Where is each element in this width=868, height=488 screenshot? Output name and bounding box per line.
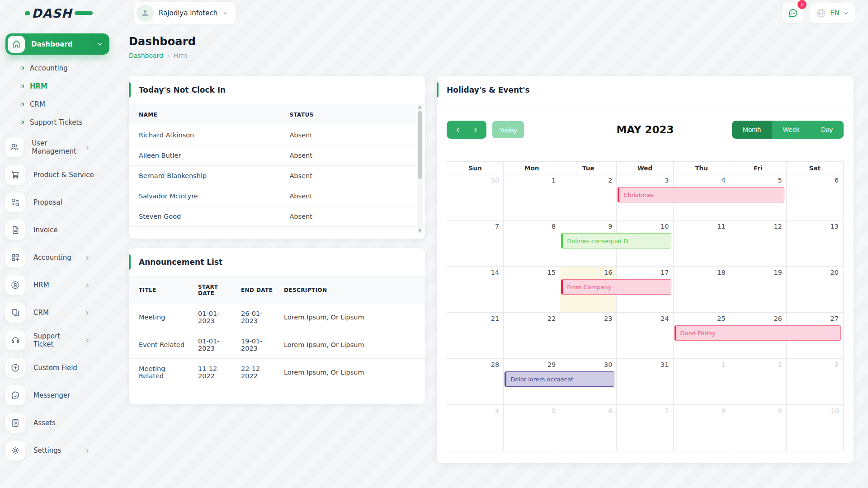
view-month-button[interactable]: Month bbox=[732, 121, 772, 139]
calendar-event-green[interactable]: Dolores consequat D bbox=[561, 233, 671, 249]
calendar-day-cell[interactable]: 9 bbox=[730, 405, 787, 451]
calendar-day-cell[interactable]: 13 bbox=[787, 221, 843, 267]
calendar-day-cell[interactable]: 22 bbox=[504, 313, 560, 359]
table-row: Salvador McintyreAbsent bbox=[129, 186, 416, 206]
calendar-day-cell[interactable]: 24 bbox=[617, 313, 673, 359]
calendar-day-cell[interactable]: 23 bbox=[560, 313, 617, 359]
day-number: 15 bbox=[547, 269, 556, 276]
calendar-day-cell[interactable]: 7 bbox=[447, 221, 504, 267]
calendar-event-pink[interactable]: Christmas bbox=[618, 187, 784, 202]
table-row: Aileen ButlerAbsent bbox=[129, 145, 416, 166]
sidebar-item-crm[interactable]: CRM bbox=[5, 300, 114, 326]
today-button[interactable]: Today bbox=[492, 121, 524, 138]
calendar-day-cell[interactable]: 8 bbox=[674, 405, 730, 451]
calendar-day-cell[interactable]: 2 bbox=[560, 174, 617, 221]
language-selector[interactable]: EN bbox=[810, 3, 855, 23]
table-cell: 19-01-2023 bbox=[231, 331, 274, 359]
day-number: 1 bbox=[552, 177, 556, 184]
sidebar-item-invoice[interactable]: Invoice bbox=[5, 217, 114, 243]
day-number: 30 bbox=[491, 177, 499, 184]
sidebar-subitem-support-tickets[interactable]: Support Tickets bbox=[5, 113, 114, 131]
view-week-button[interactable]: Week bbox=[772, 121, 810, 139]
calendar-event-pink[interactable]: Good Friday bbox=[675, 325, 841, 341]
calendar-day-cell[interactable]: 6 bbox=[787, 174, 843, 221]
calendar-day-cell[interactable]: 1 bbox=[504, 174, 560, 221]
calendar-day-cell[interactable]: 14 bbox=[447, 267, 504, 313]
table-cell: Absent bbox=[279, 125, 416, 145]
sidebar-item-accounting[interactable]: Accounting bbox=[5, 244, 114, 271]
table-row: Meeting Related11-12-202222-12-2022Lorem… bbox=[129, 359, 425, 386]
sidebar-item-settings[interactable]: Settings bbox=[5, 437, 114, 464]
table-cell: Lorem Ipsum, Or Lipsum bbox=[274, 359, 425, 386]
calendar-day-cell[interactable]: 18 bbox=[674, 267, 730, 313]
day-number: 10 bbox=[831, 407, 839, 414]
calendar-grid: SunMonTueWedThuFriSat 30123456Christmas7… bbox=[447, 161, 844, 451]
table-cell: Bernard Blankenship bbox=[129, 166, 279, 186]
calendar-day-cell[interactable]: 12 bbox=[730, 221, 787, 267]
table-row: Event Related01-01-202319-01-2023Lorem I… bbox=[129, 331, 425, 359]
scroll-up-arrow[interactable]: ▲ bbox=[417, 104, 423, 110]
chevron-down-icon bbox=[222, 10, 228, 16]
sidebar-item-custom-field[interactable]: Custom Field bbox=[5, 355, 114, 381]
next-month-button[interactable] bbox=[467, 121, 484, 139]
breadcrumb-separator: › bbox=[167, 52, 170, 59]
calendar-day-cell[interactable]: 11 bbox=[674, 221, 730, 267]
prev-month-button[interactable] bbox=[449, 121, 467, 139]
sidebar-item-assets[interactable]: Assets bbox=[5, 410, 114, 436]
breadcrumb-dashboard-link[interactable]: Dashboard bbox=[129, 52, 163, 59]
sidebar-item-messenger[interactable]: Messenger bbox=[5, 382, 114, 408]
scrollbar-thumb[interactable] bbox=[418, 111, 422, 179]
calendar-day-cell[interactable]: 5 bbox=[504, 405, 560, 451]
table-cell: Aileen Butler bbox=[129, 145, 279, 166]
calendar-day-cell[interactable]: 6 bbox=[560, 405, 617, 451]
calendar-card-title: Holiday's & Event's bbox=[447, 85, 844, 94]
calendar-day-cell[interactable]: 15 bbox=[504, 267, 560, 313]
calendar-event-pink[interactable]: From Company bbox=[561, 279, 671, 295]
calendar-day-cell[interactable]: 28 bbox=[447, 359, 504, 405]
column-header: DESCRIPTION bbox=[274, 277, 425, 304]
calendar-day-cell[interactable]: 7 bbox=[617, 405, 673, 451]
view-day-button[interactable]: Day bbox=[810, 121, 844, 139]
day-number: 19 bbox=[774, 269, 782, 276]
calendar-toolbar: Today MAY 2023 MonthWeekDay bbox=[447, 121, 844, 139]
sidebar-item-label: Accounting bbox=[33, 253, 76, 262]
calendar-day-cell[interactable]: 4 bbox=[447, 405, 504, 451]
calendar-day-cell[interactable]: 2 bbox=[730, 359, 787, 405]
globe-icon bbox=[816, 8, 826, 19]
calendar-day-cell[interactable]: 19 bbox=[730, 267, 787, 313]
announcement-card: Announcement List TITLESTART DATEEND DAT… bbox=[129, 248, 425, 404]
sidebar-subitem-label: Accounting bbox=[30, 64, 68, 72]
table-scrollbar[interactable]: ▲ ▼ bbox=[417, 104, 423, 234]
sidebar-item-label: CRM bbox=[33, 309, 76, 317]
calendar-day-cell[interactable]: 1 bbox=[674, 359, 730, 405]
sidebar-item-hrm[interactable]: HRM bbox=[5, 272, 114, 298]
calendar-day-cell[interactable]: 21 bbox=[447, 313, 504, 359]
table-cell: 01-01-2023 bbox=[188, 331, 231, 359]
column-header: STATUS bbox=[279, 104, 416, 125]
calendar-day-cell[interactable]: 31 bbox=[617, 359, 673, 405]
sidebar-subitem-hrm[interactable]: HRM bbox=[5, 77, 114, 95]
sidebar-item-label: HRM bbox=[33, 281, 76, 289]
logo-accent-bar bbox=[75, 11, 93, 15]
sidebar-item-proposal[interactable]: Proposal bbox=[5, 189, 114, 216]
day-number: 31 bbox=[660, 361, 669, 368]
calendar-day-cell[interactable]: 20 bbox=[787, 267, 843, 313]
card-accent-bar bbox=[437, 82, 439, 98]
sidebar-subitem-crm[interactable]: CRM bbox=[5, 95, 114, 113]
calendar-day-cell[interactable]: 8 bbox=[504, 221, 560, 267]
company-selector[interactable]: Rajodiya infotech bbox=[133, 1, 236, 25]
day-number: 2 bbox=[608, 177, 612, 184]
calendar-day-cell[interactable]: 30 bbox=[447, 174, 504, 221]
notifications-button[interactable]: 0 bbox=[783, 3, 803, 23]
language-label: EN bbox=[830, 9, 840, 17]
calendar-day-cell[interactable]: 3 bbox=[787, 359, 843, 405]
sidebar-subitem-accounting[interactable]: Accounting bbox=[5, 59, 114, 77]
calendar-event-purple[interactable]: Dolor lorem occaecat bbox=[505, 371, 614, 387]
sidebar-item-product-service[interactable]: Product & Service bbox=[5, 162, 114, 188]
scroll-down-arrow[interactable]: ▼ bbox=[417, 228, 423, 234]
calendar-week-row: 78910111213Dolores consequat D bbox=[447, 221, 843, 267]
sidebar-item-support-ticket[interactable]: Support Ticket bbox=[5, 327, 114, 353]
sidebar-item-dashboard[interactable]: Dashboard bbox=[5, 33, 109, 55]
sidebar-item-user-management[interactable]: User Management bbox=[5, 134, 114, 160]
calendar-day-cell[interactable]: 10 bbox=[787, 405, 843, 451]
